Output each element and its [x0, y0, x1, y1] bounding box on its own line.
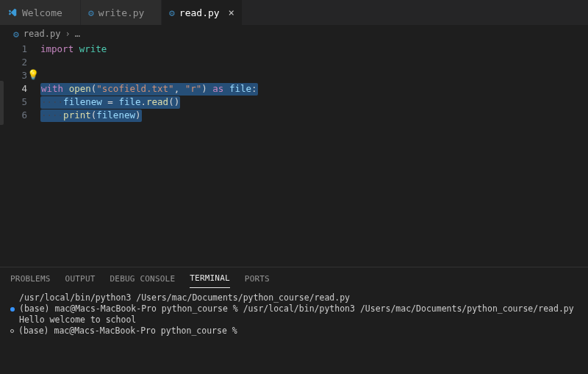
code-line[interactable]: with open("scofield.txt", "r") as file: — [40, 83, 588, 96]
terminal-line: (base) mac@Macs-MacBook-Pro python_cours… — [10, 303, 578, 314]
tab-read-py[interactable]: ⚙read.py× — [162, 0, 243, 25]
panel-tab-ports[interactable]: PORTS — [245, 270, 270, 288]
code-area[interactable]: 💡 import writewith open("scofield.txt", … — [40, 42, 588, 267]
code-line[interactable] — [40, 57, 588, 70]
python-icon: ⚙ — [13, 29, 19, 40]
lightbulb-icon[interactable]: 💡 — [27, 69, 39, 80]
code-editor[interactable]: 123456 💡 import writewith open("scofield… — [0, 42, 588, 267]
line-number: 5 — [0, 96, 40, 109]
close-icon[interactable]: × — [229, 7, 234, 18]
line-number: 6 — [0, 109, 40, 123]
panel-tab-output[interactable]: OUTPUT — [65, 270, 96, 288]
breadcrumb[interactable]: ⚙ read.py › … — [0, 26, 588, 42]
tab-label: Welcome — [22, 7, 62, 18]
terminal-line: /usr/local/bin/python3 /Users/mac/Docume… — [10, 292, 578, 303]
status-dot-icon — [10, 307, 15, 312]
code-line[interactable]: ····filenew = file.read() — [40, 96, 588, 109]
code-line[interactable]: ····print(filenew) — [40, 109, 588, 123]
panel-tab-problems[interactable]: PROBLEMS — [10, 270, 51, 288]
python-icon: ⚙ — [169, 7, 175, 18]
tab-label: read.py — [179, 7, 220, 18]
line-number: 2 — [0, 57, 40, 70]
tab-label: write.py — [98, 7, 145, 18]
terminal-line: (base) mac@Macs-MacBook-Pro python_cours… — [10, 326, 578, 337]
line-number: 4 — [0, 83, 40, 96]
editor-tabs: Welcome⚙write.py⚙read.py× — [0, 0, 588, 26]
breadcrumb-file: read.py — [24, 29, 61, 39]
tab-write-py[interactable]: ⚙write.py — [81, 0, 162, 25]
python-icon: ⚙ — [88, 7, 94, 18]
panel-tabs: PROBLEMSOUTPUTDEBUG CONSOLETERMINALPORTS — [0, 267, 588, 290]
line-number: 1 — [0, 43, 40, 57]
status-dot-icon — [10, 329, 14, 333]
terminal[interactable]: /usr/local/bin/python3 /Users/mac/Docume… — [0, 290, 588, 374]
chevron-right-icon: › — [65, 29, 70, 39]
code-line[interactable] — [40, 70, 588, 83]
tab-welcome[interactable]: Welcome — [0, 0, 81, 25]
vscode-icon — [7, 7, 18, 18]
terminal-line: Hello welcome to school — [10, 314, 578, 326]
panel-tab-terminal[interactable]: TERMINAL — [190, 269, 230, 288]
breadcrumb-tail: … — [75, 29, 80, 39]
code-line[interactable]: import write — [40, 43, 588, 57]
bottom-panel: PROBLEMSOUTPUTDEBUG CONSOLETERMINALPORTS… — [0, 267, 588, 374]
activity-bar-stub — [0, 81, 4, 125]
panel-tab-debug-console[interactable]: DEBUG CONSOLE — [110, 270, 176, 288]
